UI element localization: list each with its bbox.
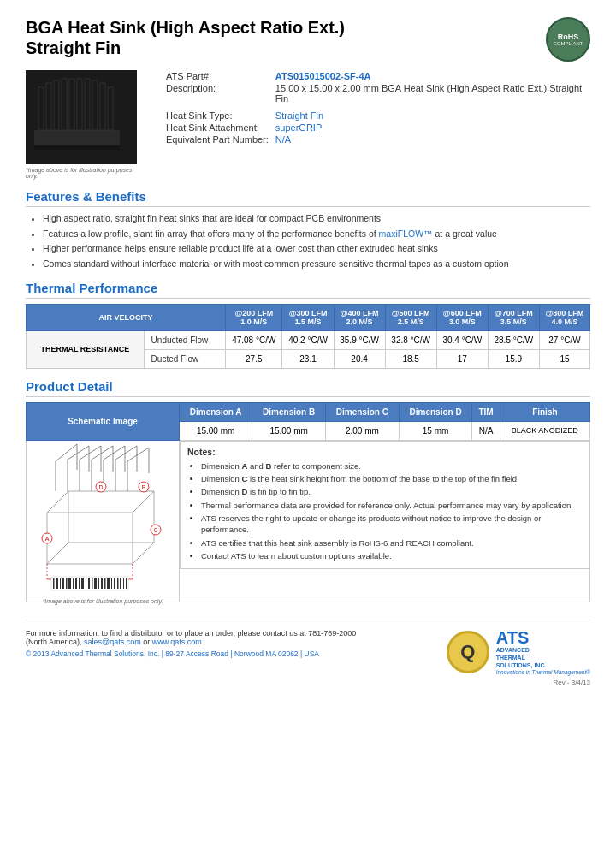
ats-part-value: ATS015015002-SF-4A (272, 70, 590, 82)
header-section: BGA Heat Sink (High Aspect Ratio Ext.) S… (26, 17, 590, 62)
svg-rect-69 (117, 578, 119, 589)
footer-copyright: © 2013 Advanced Thermal Solutions, Inc. … (26, 650, 368, 658)
unducted-val-1: 47.08 °C/W (226, 330, 282, 349)
schematic-header: Schematic Image (27, 402, 180, 440)
note-3: Dimension D is fin tip to fin tip. (201, 486, 582, 497)
unducted-val-2: 40.2 °C/W (282, 330, 334, 349)
unducted-val-3: 35.9 °C/W (334, 330, 385, 349)
svg-line-17 (56, 444, 77, 461)
dim-b-value: 15.00 mm (252, 421, 326, 440)
equivalent-value: N/A (272, 133, 590, 145)
thermal-resistance-label: THERMAL RESISTANCE (27, 330, 145, 368)
air-velocity-header: AIR VELOCITY (27, 304, 226, 330)
attachment-value: superGRIP (272, 122, 590, 133)
svg-rect-62 (94, 578, 97, 589)
notes-section: Notes: Dimension A and B refer to compon… (180, 441, 589, 569)
notes-title: Notes: (187, 447, 582, 457)
svg-rect-3 (54, 80, 59, 130)
ducted-val-2: 23.1 (282, 349, 334, 368)
footer-website[interactable]: www.qats.com (152, 638, 202, 646)
feature-item-3: Higher performance helps ensure reliable… (43, 242, 590, 255)
finish-value: BLACK ANODIZED (500, 421, 589, 440)
svg-rect-49 (53, 578, 55, 589)
note-6: ATS certifies that this heat sink assemb… (201, 537, 582, 549)
product-specs: ATS Part#: ATS015015002-SF-4A Descriptio… (163, 70, 590, 179)
detail-table: Schematic Image Dimension A Dimension B … (26, 402, 590, 602)
footer-logo: Q ATS ADVANCED THERMAL SOLUTIONS, INC. I… (447, 629, 590, 675)
svg-rect-53 (66, 578, 68, 589)
ducted-val-7: 15 (539, 349, 589, 368)
svg-rect-63 (98, 578, 99, 589)
product-image (26, 70, 137, 164)
svg-rect-7 (85, 79, 90, 130)
features-list: High aspect ratio, straight fin heat sin… (26, 212, 590, 270)
svg-rect-8 (92, 80, 98, 130)
maxiflow-link: maxiFLOW™ (379, 228, 433, 239)
note-7: Contact ATS to learn about custom option… (201, 550, 582, 561)
unducted-val-4: 32.8 °C/W (385, 330, 436, 349)
svg-rect-60 (88, 578, 90, 589)
ats-full-name: ADVANCED THERMAL SOLUTIONS, INC. (496, 646, 590, 669)
description-value: 15.00 x 15.00 x 2.00 mm BGA Heat Sink (H… (272, 82, 590, 104)
svg-rect-70 (120, 578, 121, 589)
svg-rect-65 (104, 578, 106, 589)
ats-brand-block: ATS ADVANCED THERMAL SOLUTIONS, INC. Inn… (496, 629, 590, 675)
svg-text:B: B (142, 484, 146, 490)
unducted-val-6: 28.5 °C/W (488, 330, 539, 349)
col-800lfm: @800 LFM4.0 M/S (539, 304, 589, 330)
svg-marker-12 (47, 543, 154, 564)
dim-d-value: 15 mm (399, 421, 472, 440)
svg-line-29 (104, 446, 125, 460)
svg-rect-61 (92, 578, 93, 589)
rev-text: Rev - 3/4/13 (26, 679, 590, 686)
ducted-val-6: 15.9 (488, 349, 539, 368)
product-image-container: *Image above is for illustration purpose… (26, 70, 145, 179)
svg-rect-4 (62, 79, 67, 130)
svg-rect-72 (126, 578, 127, 589)
svg-rect-68 (114, 578, 116, 589)
footer: For more information, to find a distribu… (26, 620, 590, 675)
heat-sink-type-value: Straight Fin (272, 110, 590, 122)
attachment-label: Heat Sink Attachment: (163, 122, 272, 133)
note-4: Thermal performance data are provided fo… (201, 500, 582, 511)
ducted-flow-label: Ducted Flow (144, 349, 225, 368)
col-300lfm: @300 LFM1.5 M/S (282, 304, 334, 330)
schematic-image-area: D A B C (30, 444, 175, 598)
svg-text:C: C (153, 527, 157, 533)
svg-rect-6 (77, 79, 82, 130)
svg-rect-54 (68, 578, 71, 589)
unducted-val-5: 30.4 °C/W (436, 330, 488, 349)
unducted-flow-label: Unducted Flow (144, 330, 225, 349)
svg-rect-59 (86, 578, 86, 589)
unducted-val-7: 27 °C/W (539, 330, 589, 349)
product-title: BGA Heat Sink (High Aspect Ratio Ext.) S… (26, 17, 345, 58)
footer-left: For more information, to find a distribu… (26, 629, 368, 658)
ducted-val-3: 20.4 (334, 349, 385, 368)
spec-table: ATS Part#: ATS015015002-SF-4A Descriptio… (163, 70, 590, 145)
dim-d-header: Dimension D (399, 402, 472, 421)
ats-part-label: ATS Part#: (163, 70, 272, 82)
thermal-section-header: Thermal Performance (26, 281, 590, 299)
svg-rect-56 (75, 578, 77, 589)
svg-rect-0 (34, 130, 120, 145)
image-caption: *Image above is for illustration purpose… (26, 167, 145, 179)
footer-email[interactable]: sales@qats.com (84, 638, 141, 646)
rohs-badge: RoHS COMPLIANT (546, 17, 590, 62)
ducted-val-5: 17 (436, 349, 488, 368)
svg-rect-64 (101, 578, 103, 589)
schematic-caption: *Image above is for illustration purpose… (30, 598, 175, 604)
tim-value: N/A (472, 421, 500, 440)
dim-c-header: Dimension C (326, 402, 400, 421)
svg-rect-57 (79, 578, 80, 589)
svg-rect-5 (69, 79, 74, 130)
heat-sink-type-label: Heat Sink Type: (163, 110, 272, 122)
svg-rect-50 (56, 578, 58, 589)
col-200lfm: @200 LFM1.0 M/S (226, 304, 282, 330)
col-500lfm: @500 LFM2.5 M/S (385, 304, 436, 330)
tim-header: TIM (472, 402, 500, 421)
feature-item-1: High aspect ratio, straight fin heat sin… (43, 212, 590, 225)
svg-rect-1 (38, 87, 44, 130)
schematic-image-cell: D A B C (27, 440, 180, 602)
svg-marker-13 (47, 491, 154, 513)
col-600lfm: @600 LFM3.0 M/S (436, 304, 488, 330)
